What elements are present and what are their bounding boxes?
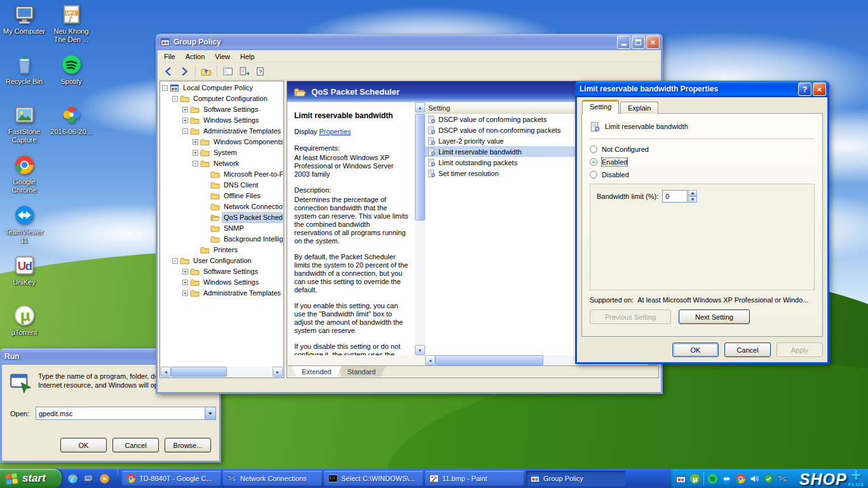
tree-item-windows-components[interactable]: +Windows Components — [161, 137, 283, 147]
tree-item-snmp[interactable]: SNMP — [161, 223, 283, 234]
toolbar-up-folder-button[interactable] — [198, 64, 214, 79]
radio-button-icon[interactable] — [590, 146, 597, 153]
scrollbar-thumb[interactable] — [171, 367, 227, 377]
tray-spotify-icon[interactable] — [707, 473, 718, 484]
tree-item-software-settings[interactable]: +Software Settings — [161, 266, 283, 277]
expand-toggle-icon[interactable]: + — [193, 139, 198, 145]
quicklaunch-media-player[interactable] — [97, 471, 111, 485]
group-policy-titlebar[interactable]: Group Policy × — [156, 34, 663, 50]
scroll-left-icon[interactable]: ◄ — [161, 367, 171, 377]
tray-volume-icon[interactable] — [749, 473, 760, 484]
spin-down-icon[interactable] — [688, 196, 697, 203]
collapse-toggle-icon[interactable]: - — [162, 85, 168, 91]
scroll-right-icon[interactable]: ► — [273, 367, 283, 377]
scrollbar-thumb[interactable] — [435, 355, 543, 365]
bandwidth-spinner[interactable] — [688, 190, 697, 203]
run-cancel-button[interactable]: Cancel — [112, 438, 159, 452]
desktop-icon-neu-khong-the-den[interactable]: MP3♪Neu Khong The Den ... — [48, 4, 94, 44]
tree-item-windows-settings[interactable]: +Windows Settings — [161, 277, 283, 288]
help-icon[interactable]: ? — [798, 83, 811, 96]
dialog-tab-setting[interactable]: Setting — [582, 100, 619, 114]
scroll-left-icon[interactable]: ◄ — [425, 355, 435, 365]
tree-item-network[interactable]: -Network — [161, 158, 283, 169]
tree-horizontal-scrollbar[interactable]: ◄ ► — [161, 367, 283, 377]
tree-item-software-settings[interactable]: +Software Settings — [161, 104, 283, 115]
tree-item-microsoft-peer-to-p[interactable]: Microsoft Peer-to-P — [161, 169, 283, 180]
start-button[interactable]: start — [0, 469, 62, 488]
collapse-toggle-icon[interactable]: - — [182, 128, 188, 134]
radio-button-icon[interactable] — [590, 171, 597, 179]
collapse-toggle-icon[interactable]: - — [193, 161, 198, 166]
desktop-icon-my-computer[interactable]: My Computer — [1, 4, 47, 36]
expand-toggle-icon[interactable]: + — [193, 150, 198, 156]
apply-button[interactable]: Apply — [776, 342, 823, 357]
expand-toggle-icon[interactable]: + — [182, 269, 188, 274]
dialog-tab-explain[interactable]: Explain — [620, 102, 658, 114]
scrollbar-thumb[interactable] — [415, 114, 425, 220]
open-combobox[interactable] — [36, 407, 216, 420]
desktop-icon-spotify[interactable]: Spotify — [48, 54, 94, 86]
tray-network-icon[interactable] — [777, 473, 788, 484]
close-icon[interactable]: × — [813, 83, 826, 96]
previous-setting-button[interactable]: Previous Setting — [590, 309, 671, 324]
view-tab-extended[interactable]: Extended — [292, 366, 341, 377]
desktop-icon-faststone-capture[interactable]: FastStone Capture — [1, 104, 47, 144]
radio-enabled[interactable]: Enabled — [590, 158, 815, 166]
tray-chrome-icon[interactable] — [735, 473, 746, 484]
collapse-toggle-icon[interactable]: - — [172, 258, 178, 264]
toolbar-help-pages-button[interactable]: ? — [253, 64, 269, 79]
close-icon[interactable]: × — [646, 36, 660, 49]
tree-item-computer-configuration[interactable]: -Computer Configuration — [161, 93, 283, 104]
toolbar-export-list-button[interactable] — [236, 64, 252, 79]
expand-toggle-icon[interactable]: + — [182, 290, 188, 296]
tree-item-system[interactable]: +System — [161, 147, 283, 158]
tree-item-windows-settings[interactable]: +Windows Settings — [161, 115, 283, 126]
ok-button[interactable]: OK — [672, 342, 719, 357]
run-ok-button[interactable]: OK — [60, 438, 107, 452]
toolbar-back-button[interactable] — [160, 64, 176, 79]
tree-item-printers[interactable]: Printers — [161, 245, 283, 255]
desktop-icon-2016-06-20[interactable]: 2016-06-20... — [48, 104, 94, 136]
description-vertical-scrollbar[interactable]: ▲ ▼ — [415, 102, 425, 355]
expand-toggle-icon[interactable]: + — [182, 107, 188, 112]
tree-item-dns-client[interactable]: DNS Client — [161, 180, 283, 191]
taskbar-task-group-policy[interactable]: Group Policy — [526, 471, 625, 486]
scroll-up-icon[interactable]: ▲ — [415, 102, 425, 112]
run-browse-button[interactable]: Browse... — [165, 438, 211, 452]
tray-shield-icon[interactable] — [763, 473, 774, 484]
radio-button-icon[interactable] — [590, 158, 597, 166]
tray-utorrent-tray-icon[interactable]: µ — [689, 473, 700, 484]
toolbar-show-tree-button[interactable] — [220, 64, 236, 79]
view-tab-standard[interactable]: Standard — [337, 366, 386, 377]
toolbar-forward-button[interactable] — [177, 64, 193, 79]
quicklaunch-internet-explorer[interactable]: e — [65, 471, 79, 485]
minimize-icon[interactable] — [617, 36, 630, 49]
tree-item-local-computer-policy[interactable]: -Local Computer Policy — [161, 83, 283, 93]
taskbar-task-td-8840t-google-c[interactable]: TD-8840T - Google C... — [122, 471, 221, 486]
taskbar-task-network-connections[interactable]: Network Connections — [223, 471, 322, 486]
quicklaunch-show-desktop[interactable] — [81, 471, 95, 485]
properties-dialog-titlebar[interactable]: Limit reservable bandwidth Properties ? … — [575, 81, 829, 97]
spin-up-icon[interactable] — [688, 190, 697, 196]
desktop-icon-recycle-bin[interactable]: Recycle Bin — [1, 54, 47, 86]
properties-link[interactable]: Properties — [319, 128, 351, 135]
menu-help[interactable]: Help — [235, 51, 260, 62]
tree-item-administrative-templates[interactable]: -Administrative Templates — [161, 126, 283, 137]
desktop-icon-google-chrome[interactable]: Google Chrome — [1, 154, 47, 194]
desktop-icon-torrent[interactable]: µµTorrent — [1, 305, 47, 337]
tree-item-background-intellig[interactable]: Background Intellig — [161, 234, 283, 245]
tray-console-icon[interactable] — [675, 473, 686, 484]
menu-view[interactable]: View — [210, 51, 235, 62]
taskbar-task-11-bmp-paint[interactable]: 11.bmp - Paint — [425, 471, 524, 486]
collapse-toggle-icon[interactable]: - — [172, 96, 178, 102]
tree-item-network-connectio[interactable]: Network Connectio — [161, 201, 283, 212]
menu-action[interactable]: Action — [180, 51, 210, 62]
desktop-icon-teamviewer-11[interactable]: TeamViewer 11 — [1, 205, 47, 245]
tree-item-offline-files[interactable]: Offline Files — [161, 191, 283, 201]
desktop-icon-unikey[interactable]: UdUniKey — [1, 255, 47, 287]
combo-dropdown-button[interactable] — [205, 407, 215, 419]
tree-item-qos-packet-schedu[interactable]: QoS Packet Schedu — [161, 212, 283, 223]
next-setting-button[interactable]: Next Setting — [679, 309, 750, 324]
radio-not-configured[interactable]: Not Configured — [590, 146, 815, 153]
tree-item-administrative-templates[interactable]: +Administrative Templates — [161, 288, 283, 299]
